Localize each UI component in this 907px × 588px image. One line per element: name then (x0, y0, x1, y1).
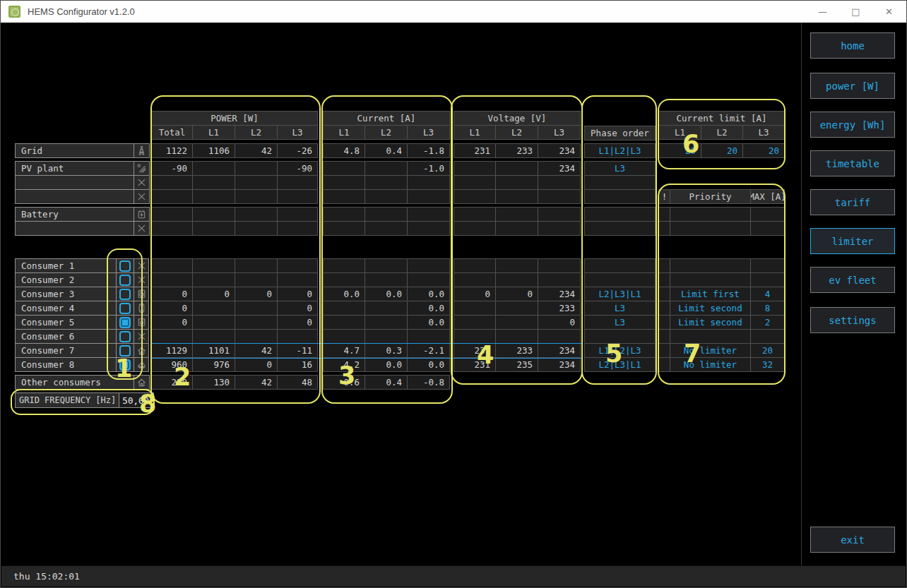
consumer-3-label[interactable]: Consumer 3 (16, 287, 116, 301)
current-value-cell (408, 176, 449, 189)
battery-label[interactable]: Battery (16, 208, 134, 221)
sidebar-button-limiter[interactable]: limiter (810, 228, 895, 254)
consumer-8-label[interactable]: Consumer 8 (16, 358, 116, 371)
power-value-cell (152, 330, 192, 343)
current-header-block: Current [A]L1L2L3 (323, 111, 450, 140)
pv-label[interactable] (16, 176, 134, 189)
sidebar-button-timetable[interactable]: timetable (810, 150, 895, 176)
priority-value-cell[interactable] (659, 344, 670, 357)
battery-label[interactable] (16, 222, 134, 235)
consumer-checkbox[interactable] (119, 260, 131, 272)
priority-value-cell[interactable]: Limit second (670, 301, 750, 315)
priority-value-cell[interactable] (751, 259, 784, 272)
priority-value-cell[interactable]: 2 (751, 316, 784, 329)
remove-icon[interactable] (136, 331, 147, 342)
remove-icon[interactable] (136, 223, 147, 234)
priority-value-cell[interactable]: No limiter (670, 358, 750, 371)
voltage-value-cell: 234 (538, 162, 580, 175)
consumer-checkbox-cell (117, 316, 134, 329)
close-icon[interactable]: ✕ (872, 1, 906, 23)
priority-value-cell[interactable]: 4 (751, 287, 784, 301)
sidebar-button-tariff[interactable]: tariff (810, 189, 895, 215)
priority-value-cell[interactable]: 8 (751, 301, 784, 315)
sidebar-button-ev-fleet[interactable]: ev fleet (810, 267, 895, 293)
remove-icon[interactable] (136, 275, 147, 285)
limit-value-cell[interactable]: 20 (659, 144, 701, 157)
consumer-checkbox[interactable] (119, 317, 131, 328)
priority-value-cell[interactable] (751, 222, 784, 235)
sidebar-button-energy[interactable]: energy [Wh] (810, 112, 895, 138)
consumer-checkbox[interactable] (119, 289, 131, 300)
priority-value-cell[interactable] (751, 273, 784, 287)
current-value-cell (365, 190, 407, 203)
priority-value-cell[interactable] (659, 301, 670, 315)
house-icon (136, 377, 147, 388)
priority-value-cell[interactable] (659, 316, 670, 329)
limit-value-cell[interactable]: 20 (743, 144, 784, 157)
voltage-value-cell: 234 (538, 287, 580, 301)
consumer-checkbox[interactable] (119, 303, 131, 314)
consumer-checkbox[interactable] (119, 331, 131, 342)
current-value-cell: 0.3 (365, 344, 407, 357)
minimize-icon[interactable]: — (806, 1, 839, 23)
power-value-cell: 976 (193, 358, 235, 371)
power-value-cell: 1122 (152, 144, 192, 157)
voltage-value-cell: 233 (496, 144, 538, 157)
power-value-cell: 960 (152, 358, 192, 371)
power-value-cell (152, 222, 192, 235)
priority-value-cell[interactable] (659, 208, 670, 221)
current-value-cell (324, 190, 364, 203)
voltage-value-cell (496, 208, 538, 221)
pv-label[interactable] (16, 190, 134, 203)
phase-value-cell (585, 208, 655, 221)
priority-value-cell[interactable]: Limit second (670, 316, 750, 329)
power-value-cell (193, 222, 235, 235)
priority-value-cell[interactable] (670, 273, 750, 287)
remove-icon[interactable] (136, 260, 147, 271)
sidebar-button-home[interactable]: home (810, 32, 895, 59)
consumer-checkbox[interactable] (119, 359, 131, 371)
consumer-7-label[interactable]: Consumer 7 (16, 344, 116, 357)
sidebar-button-power[interactable]: power [W] (810, 73, 895, 99)
pv-plant-label[interactable]: PV plant (16, 162, 134, 175)
current-value-cell (324, 162, 364, 175)
priority-value-cell[interactable]: Limit first (670, 287, 750, 301)
priority-value-cell[interactable] (659, 330, 670, 343)
power-header-block: POWER [W]TotalL1L2L3 (151, 111, 318, 140)
consumer-6-label[interactable]: Consumer 6 (16, 330, 116, 343)
consumer-5-label[interactable]: Consumer 5 (16, 316, 116, 329)
priority-value-cell[interactable] (751, 330, 784, 343)
priority-value-cell[interactable] (659, 259, 670, 272)
priority-value-cell[interactable] (670, 222, 750, 235)
maximize-icon[interactable]: □ (839, 1, 872, 23)
priority-value-cell[interactable] (659, 358, 670, 371)
consumer-checkbox[interactable] (119, 275, 131, 286)
priority-value-cell[interactable] (670, 259, 750, 272)
consumer-4-label[interactable]: Consumer 4 (16, 301, 116, 315)
priority-value-cell[interactable] (670, 330, 750, 343)
priority-value-cell[interactable]: No limiter (670, 344, 750, 357)
other-consumers-label[interactable]: Other consumers (16, 376, 134, 389)
current-value-cell: 0.0 (408, 358, 449, 371)
sidebar-button-exit[interactable]: exit (810, 527, 895, 553)
grid-label[interactable]: Grid (16, 144, 134, 157)
priority-value-cell[interactable] (670, 208, 750, 221)
consumer-checkbox[interactable] (119, 345, 131, 356)
remove-icon[interactable] (136, 177, 147, 188)
priority-value-cell[interactable]: 20 (751, 344, 784, 357)
priority-value-cell[interactable] (659, 273, 670, 287)
voltage-value-cell (538, 222, 580, 235)
limit-value-cell[interactable]: 20 (701, 144, 742, 157)
titlebar: HEMS Configurator v1.2.0 — □ ✕ (1, 1, 906, 23)
current-value-cell: 0.6 (324, 376, 364, 389)
priority-value-cell[interactable]: 32 (751, 358, 784, 371)
sidebar-button-settings[interactable]: settings (810, 307, 895, 333)
consumer-checkbox-cell (117, 330, 134, 343)
priority-value-cell[interactable] (751, 208, 784, 221)
consumer-2-label[interactable]: Consumer 2 (16, 273, 116, 287)
current-pv-rows: -1.0 (323, 161, 450, 204)
consumer-1-label[interactable]: Consumer 1 (16, 259, 116, 272)
priority-value-cell[interactable] (659, 222, 670, 235)
remove-icon[interactable] (136, 191, 147, 202)
priority-value-cell[interactable] (659, 287, 670, 301)
